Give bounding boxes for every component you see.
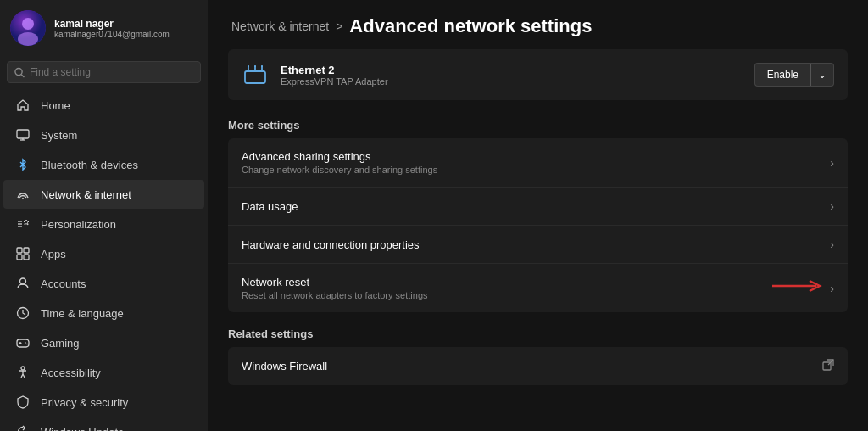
related-settings-item-0[interactable]: Windows Firewall bbox=[228, 347, 848, 385]
svg-rect-13 bbox=[24, 248, 29, 253]
user-section: kamal nager kamalnager07104@gmail.com bbox=[0, 0, 208, 56]
svg-line-4 bbox=[21, 74, 24, 76]
sidebar-item-gaming-label: Gaming bbox=[41, 337, 80, 350]
sidebar-item-privacy-label: Privacy & security bbox=[41, 396, 128, 409]
adapter-info: Ethernet 2 ExpressVPN TAP Adapter bbox=[281, 64, 743, 87]
adapter-name: Ethernet 2 bbox=[281, 64, 743, 76]
system-icon bbox=[15, 127, 31, 143]
more-settings-item-3[interactable]: Network resetReset all network adapters … bbox=[228, 264, 848, 312]
nav-items: HomeSystemBluetooth & devicesNetwork & i… bbox=[0, 88, 208, 431]
sidebar-item-bluetooth-label: Bluetooth & devices bbox=[41, 159, 138, 171]
sidebar-item-home[interactable]: Home bbox=[3, 91, 204, 120]
chevron-right-icon: › bbox=[830, 156, 834, 170]
svg-point-2 bbox=[18, 32, 38, 46]
chevron-right-icon: › bbox=[830, 199, 834, 213]
more-settings-item-1[interactable]: Data usage› bbox=[228, 188, 848, 226]
svg-rect-14 bbox=[17, 255, 22, 260]
sidebar-item-system[interactable]: System bbox=[3, 120, 204, 149]
user-info: kamal nager kamalnager07104@gmail.com bbox=[54, 18, 170, 39]
user-name: kamal nager bbox=[54, 18, 170, 30]
more-settings-item-title-0: Advanced sharing settings bbox=[242, 150, 830, 163]
more-settings-item-0[interactable]: Advanced sharing settingsChange network … bbox=[228, 138, 848, 188]
related-settings-item-title-0: Windows Firewall bbox=[242, 360, 822, 372]
svg-point-3 bbox=[15, 68, 22, 75]
sidebar: kamal nager kamalnager07104@gmail.com Ho… bbox=[0, 0, 208, 431]
sidebar-item-network[interactable]: Network & internet bbox=[3, 180, 204, 209]
svg-rect-30 bbox=[261, 65, 263, 67]
svg-rect-24 bbox=[245, 71, 265, 83]
page-header: Network & internet > Advanced network se… bbox=[208, 0, 868, 49]
user-email: kamalnager07104@gmail.com bbox=[54, 30, 170, 39]
page-title: Advanced network settings bbox=[349, 15, 592, 37]
enable-button[interactable]: Enable bbox=[754, 63, 810, 87]
windows-update-icon bbox=[15, 424, 31, 431]
more-settings-item-title-3: Network reset bbox=[242, 276, 772, 288]
red-arrow-icon bbox=[772, 278, 823, 298]
sidebar-item-accounts[interactable]: Accounts bbox=[3, 269, 204, 298]
main-content: Network & internet > Advanced network se… bbox=[208, 0, 868, 431]
avatar bbox=[10, 10, 46, 46]
sidebar-item-apps-label: Apps bbox=[41, 248, 66, 260]
sidebar-item-accessibility[interactable]: Accessibility bbox=[3, 358, 204, 387]
svg-rect-29 bbox=[254, 65, 256, 67]
adapter-desc: ExpressVPN TAP Adapter bbox=[281, 76, 743, 87]
privacy-icon bbox=[15, 395, 31, 410]
search-icon bbox=[14, 67, 25, 78]
sidebar-item-time[interactable]: Time & language bbox=[3, 299, 204, 327]
adapter-icon bbox=[242, 61, 269, 88]
enable-button-group: Enable ⌄ bbox=[754, 63, 834, 87]
more-settings-item-2[interactable]: Hardware and connection properties› bbox=[228, 226, 848, 264]
svg-rect-5 bbox=[17, 130, 29, 138]
more-settings-item-desc-0: Change network discovery and sharing set… bbox=[242, 165, 830, 175]
svg-point-16 bbox=[20, 278, 26, 284]
breadcrumb-parent[interactable]: Network & internet bbox=[231, 20, 329, 33]
network-icon bbox=[15, 187, 31, 202]
personalization-icon bbox=[15, 216, 31, 232]
breadcrumb-separator: > bbox=[336, 20, 342, 33]
chevron-right-icon: › bbox=[830, 282, 834, 295]
sidebar-item-bluetooth[interactable]: Bluetooth & devices bbox=[3, 150, 204, 179]
sidebar-item-apps[interactable]: Apps bbox=[3, 239, 204, 268]
related-settings-item-content-0: Windows Firewall bbox=[242, 360, 822, 372]
svg-rect-12 bbox=[17, 248, 22, 253]
chevron-right-icon: › bbox=[830, 238, 834, 251]
sidebar-item-network-label: Network & internet bbox=[41, 188, 131, 201]
apps-icon bbox=[15, 246, 31, 261]
more-settings-title: More settings bbox=[208, 114, 868, 138]
more-settings-item-content-1: Data usage bbox=[242, 200, 830, 213]
sidebar-item-privacy[interactable]: Privacy & security bbox=[3, 388, 204, 417]
home-icon bbox=[15, 98, 31, 113]
sidebar-item-home-label: Home bbox=[41, 99, 70, 112]
time-icon bbox=[15, 305, 31, 321]
svg-rect-28 bbox=[248, 65, 249, 67]
sidebar-item-windows-update[interactable]: Windows Update bbox=[3, 417, 204, 431]
more-settings-item-title-1: Data usage bbox=[242, 200, 830, 213]
gaming-icon bbox=[15, 335, 31, 350]
sidebar-item-system-label: System bbox=[41, 129, 77, 142]
more-settings-item-content-3: Network resetReset all network adapters … bbox=[242, 276, 772, 300]
sidebar-item-accounts-label: Accounts bbox=[41, 277, 86, 290]
related-settings-title: Related settings bbox=[208, 322, 868, 347]
svg-rect-15 bbox=[24, 255, 29, 260]
adapter-card: Ethernet 2 ExpressVPN TAP Adapter Enable… bbox=[228, 49, 848, 100]
enable-dropdown-button[interactable]: ⌄ bbox=[810, 63, 834, 87]
more-settings-list: Advanced sharing settingsChange network … bbox=[228, 138, 848, 312]
external-link-icon bbox=[822, 359, 834, 373]
svg-point-8 bbox=[22, 198, 24, 199]
sidebar-item-personalization-label: Personalization bbox=[41, 218, 116, 231]
svg-point-22 bbox=[26, 344, 28, 345]
svg-rect-18 bbox=[17, 339, 29, 347]
sidebar-item-gaming[interactable]: Gaming bbox=[3, 328, 204, 357]
sidebar-item-accessibility-label: Accessibility bbox=[41, 367, 101, 379]
related-settings-list: Windows Firewall bbox=[228, 347, 848, 385]
accessibility-icon bbox=[15, 365, 31, 380]
search-box[interactable] bbox=[7, 61, 201, 83]
more-settings-item-content-2: Hardware and connection properties bbox=[242, 238, 830, 251]
accounts-icon bbox=[15, 276, 31, 291]
search-input[interactable] bbox=[30, 66, 193, 78]
more-settings-item-desc-3: Reset all network adapters to factory se… bbox=[242, 290, 772, 300]
svg-point-1 bbox=[22, 18, 34, 30]
svg-point-21 bbox=[25, 342, 26, 344]
sidebar-item-time-label: Time & language bbox=[41, 307, 124, 320]
sidebar-item-personalization[interactable]: Personalization bbox=[3, 210, 204, 238]
